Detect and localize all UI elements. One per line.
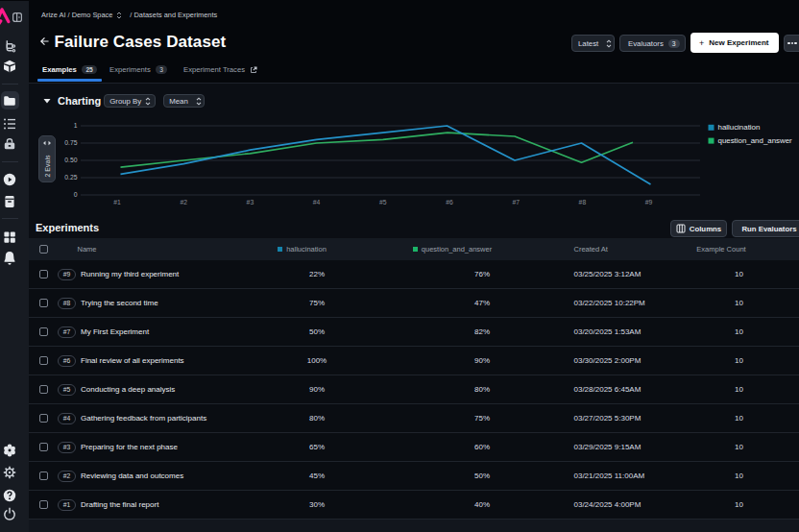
svg-text:#5: #5 <box>379 199 387 206</box>
svg-text:#7: #7 <box>512 199 520 206</box>
svg-text:#1: #1 <box>113 199 121 206</box>
svg-text:#8: #8 <box>579 199 587 206</box>
svg-text:question_and_answer: question_and_answer <box>718 136 793 145</box>
svg-text:0.75: 0.75 <box>64 139 77 146</box>
svg-text:0.50: 0.50 <box>64 157 77 163</box>
svg-text:0: 0 <box>74 191 78 198</box>
svg-text:0.25: 0.25 <box>64 174 77 181</box>
svg-text:#3: #3 <box>247 199 254 206</box>
svg-text:#9: #9 <box>645 199 653 206</box>
svg-text:1: 1 <box>74 122 78 129</box>
svg-text:hallucination: hallucination <box>718 123 761 132</box>
svg-text:#4: #4 <box>313 199 321 206</box>
svg-text:#2: #2 <box>180 199 187 206</box>
svg-text:#6: #6 <box>446 199 453 206</box>
